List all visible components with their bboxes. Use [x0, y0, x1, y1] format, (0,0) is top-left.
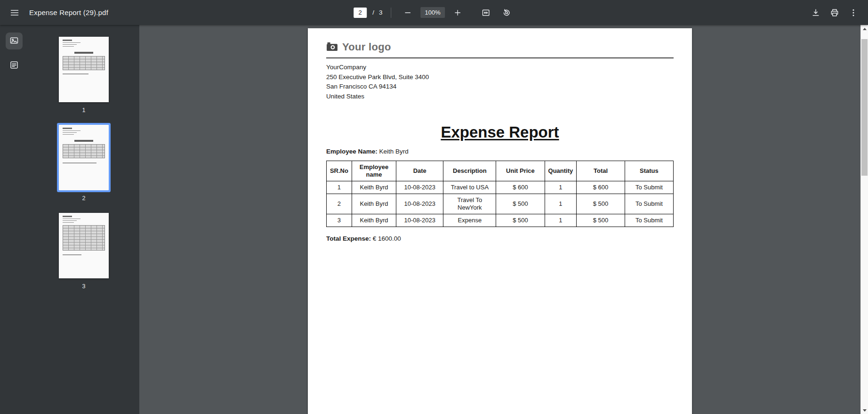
total-expense-line: Total Expense: € 1600.00	[326, 235, 674, 242]
thumbnail-view-button[interactable]	[6, 32, 23, 49]
pdf-toolbar: Expense Report (29).pdf / 3 100%	[0, 0, 868, 25]
employee-label: Employee Name:	[326, 148, 378, 155]
cell: Keith Byrd	[352, 194, 396, 214]
page-total: 3	[379, 9, 383, 16]
col-header: Total	[577, 161, 625, 181]
cell: To Submit	[625, 181, 673, 194]
thumbnail-page-2[interactable]: 2	[59, 125, 109, 202]
cell: Keith Byrd	[352, 181, 396, 194]
col-header: SR.No	[327, 161, 352, 181]
expense-table: SR.No Employee name Date Description Uni…	[326, 161, 674, 227]
total-label: Total Expense:	[326, 235, 371, 242]
print-button[interactable]	[827, 5, 843, 21]
toolbar-center: / 3 100%	[354, 5, 514, 21]
pdf-viewer-app: Expense Report (29).pdf / 3 100%	[0, 0, 868, 414]
toolbar-right	[808, 5, 868, 21]
menu-button[interactable]	[7, 5, 23, 21]
thumbnail-preview-2	[59, 125, 109, 190]
table-row: 2 Keith Byrd 10-08-2023 Travel To NewYor…	[327, 194, 674, 214]
thumbnail-preview-3	[59, 213, 109, 278]
zoom-level: 100%	[421, 7, 445, 18]
zoom-out-icon	[404, 8, 412, 17]
pdf-viewport: Your logo YourCompany 250 Executive Park…	[139, 25, 860, 414]
outline-view-icon	[9, 60, 19, 71]
mini-text-lines	[63, 216, 91, 224]
mini-text-lines	[63, 128, 91, 136]
thumbnail-view-icon	[9, 36, 19, 47]
company-name: YourCompany	[326, 63, 674, 73]
thumbnail-label-2: 2	[82, 195, 86, 202]
cell: To Submit	[625, 214, 673, 227]
cell: 10-08-2023	[396, 181, 443, 194]
scrollbar-thumb[interactable]	[861, 39, 868, 176]
cell: 10-08-2023	[396, 214, 443, 227]
thumbnail-panel: 1 2 3	[28, 25, 139, 414]
toolbar-divider	[391, 8, 392, 18]
thumbnail-label-3: 3	[82, 283, 86, 290]
cell: 1	[545, 214, 577, 227]
scroll-down-button[interactable]	[861, 406, 868, 414]
mini-table-grid	[63, 225, 105, 251]
col-header: Unit Price	[496, 161, 545, 181]
cell: Keith Byrd	[352, 214, 396, 227]
mini-title-line	[74, 52, 93, 54]
camera-icon	[326, 41, 338, 53]
cell: $ 500	[577, 194, 625, 214]
logo-block: Your logo	[326, 28, 674, 53]
fit-page-button[interactable]	[478, 5, 494, 21]
mini-footer-line	[63, 254, 81, 255]
mini-footer-line	[63, 73, 88, 74]
mini-footer-line	[63, 162, 96, 163]
pdf-page-2: Your logo YourCompany 250 Executive Park…	[308, 28, 692, 414]
zoom-out-button[interactable]	[400, 5, 416, 21]
zoom-in-icon	[453, 8, 462, 17]
col-header: Description	[443, 161, 496, 181]
total-value: € 1600.00	[373, 235, 401, 242]
scroll-up-button[interactable]	[861, 25, 868, 32]
cell: 1	[545, 194, 577, 214]
header-rule	[326, 57, 674, 58]
cell: 1	[545, 181, 577, 194]
thumbnail-page-3[interactable]: 3	[59, 213, 109, 290]
vertical-scrollbar[interactable]	[860, 25, 868, 414]
cell: $ 600	[496, 181, 545, 194]
sidebar-icon-strip	[0, 25, 28, 414]
table-row: 1 Keith Byrd 10-08-2023 Travel to USA $ …	[327, 181, 674, 194]
document-title: Expense Report (29).pdf	[29, 8, 108, 16]
logo-text: Your logo	[342, 41, 391, 53]
rotate-button[interactable]	[498, 5, 514, 21]
col-header: Employee name	[352, 161, 396, 181]
page-separator: /	[372, 9, 374, 16]
thumbnail-preview-1	[59, 37, 109, 102]
mini-table-grid	[63, 56, 105, 70]
cell: 2	[327, 194, 352, 214]
mini-title-line	[74, 140, 93, 142]
more-options-button[interactable]	[845, 5, 861, 21]
rotate-icon	[502, 8, 511, 17]
toolbar-left: Expense Report (29).pdf	[0, 5, 108, 21]
cell: $ 600	[577, 181, 625, 194]
menu-icon	[10, 8, 19, 17]
cell: $ 500	[577, 214, 625, 227]
zoom-in-button[interactable]	[450, 5, 466, 21]
report-title: Expense Report	[326, 123, 674, 141]
thumbnail-label-1: 1	[82, 107, 86, 114]
mini-table-grid	[63, 144, 105, 158]
page-number-input[interactable]	[354, 8, 367, 18]
address-line-3: United States	[326, 92, 674, 102]
cell: 1	[327, 181, 352, 194]
table-header-row: SR.No Employee name Date Description Uni…	[327, 161, 674, 181]
scroll-up-icon	[863, 28, 867, 30]
download-button[interactable]	[808, 5, 824, 21]
employee-line: Employee Name: Keith Byrd	[326, 148, 674, 155]
outline-view-button[interactable]	[6, 57, 23, 74]
address-line-1: 250 Executive Park Blvd, Suite 3400	[326, 73, 674, 82]
main-area: 1 2 3	[0, 25, 868, 414]
fit-page-icon	[481, 8, 490, 17]
cell: Expense	[443, 214, 496, 227]
thumbnail-page-1[interactable]: 1	[59, 37, 109, 114]
download-icon	[811, 8, 820, 17]
cell: To Submit	[625, 194, 673, 214]
more-options-icon	[849, 8, 858, 17]
col-header: Status	[625, 161, 673, 181]
